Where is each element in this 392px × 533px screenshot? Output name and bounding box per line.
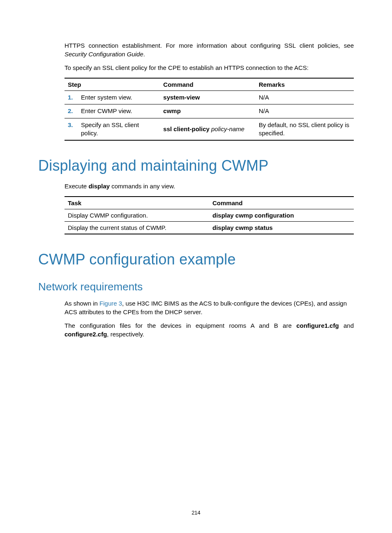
intro-text-end: . [143, 51, 145, 58]
command-arg: policy-name [211, 125, 244, 132]
para2-post: , respectively. [107, 331, 144, 338]
command-text: system-view [163, 94, 200, 101]
command-text: ssl client-policy [163, 125, 211, 132]
heading-displaying-maintaining: Displaying and maintaining CWMP [38, 157, 354, 174]
heading-network-requirements: Network requirements [38, 280, 354, 293]
table-row: 1. Enter system view. system-view N/A [65, 91, 354, 104]
command-text: cwmp [163, 107, 181, 114]
display-block: Execute display commands in any view. Ta… [65, 182, 354, 234]
table-row: Display the current status of CWMP. disp… [65, 222, 354, 234]
config-file-1: configure1.cfg [296, 322, 339, 329]
command-cell: ssl client-policy policy-name [160, 118, 255, 140]
table-header-row: Step Command Remarks [65, 78, 354, 91]
step-number: 1. [68, 93, 74, 102]
remarks-cell: N/A [256, 104, 354, 118]
config-file-2: configure2.cfg [65, 331, 107, 338]
table-row: 3. Specify an SSL client policy. ssl cli… [65, 118, 354, 140]
col-command: Command [160, 78, 255, 91]
task-cell: Display CWMP configuration. [65, 209, 209, 222]
step-text: Enter system view. [81, 93, 132, 102]
table-header-row: Task Command [65, 197, 354, 209]
task-cell: Display the current status of CWMP. [65, 222, 209, 234]
col-command: Command [209, 197, 354, 209]
figure-link[interactable]: Figure 3 [99, 300, 122, 307]
remarks-cell: By default, no SSL client policy is spec… [256, 118, 354, 140]
intro-block: HTTPS connection establishment. For more… [65, 41, 354, 141]
step-cell: 3. Specify an SSL client policy. [65, 118, 160, 140]
intro-paragraph-2: To specify an SSL client policy for the … [65, 63, 354, 72]
command-cell: display cwmp configuration [209, 209, 354, 222]
col-remarks: Remarks [256, 78, 354, 91]
intro-paragraph-1: HTTPS connection establishment. For more… [65, 41, 354, 58]
page-number: 214 [0, 510, 392, 516]
remarks-cell: N/A [256, 91, 354, 104]
intro-text: HTTPS connection establishment. For more… [65, 42, 354, 49]
para1-pre: As shown in [65, 300, 99, 307]
command-cell: display cwmp status [209, 222, 354, 234]
display-bold: display [88, 183, 110, 190]
requirements-paragraph-2: The configuration files for the devices … [65, 321, 354, 338]
table-row: 2. Enter CWMP view. cwmp N/A [65, 104, 354, 118]
requirements-paragraph-1: As shown in Figure 3, use H3C IMC BIMS a… [65, 299, 354, 316]
tasks-table: Task Command Display CWMP configuration.… [65, 196, 354, 234]
col-step: Step [65, 78, 160, 91]
document-page: HTTPS connection establishment. For more… [0, 0, 392, 338]
display-post: commands in any view. [110, 183, 175, 190]
step-text: Specify an SSL client policy. [81, 121, 157, 138]
command-cell: cwmp [160, 104, 255, 118]
para2-mid: and [339, 322, 354, 329]
table-row: Display CWMP configuration. display cwmp… [65, 209, 354, 222]
col-task: Task [65, 197, 209, 209]
step-number: 2. [68, 107, 74, 115]
step-cell: 2. Enter CWMP view. [65, 104, 160, 118]
step-number: 3. [68, 121, 74, 129]
display-pre: Execute [65, 183, 88, 190]
step-cell: 1. Enter system view. [65, 91, 160, 104]
command-cell: system-view [160, 91, 255, 104]
para2-pre: The configuration files for the devices … [65, 322, 296, 329]
heading-config-example: CWMP configuration example [38, 251, 354, 268]
ssl-steps-table: Step Command Remarks 1. Enter system vie… [65, 78, 354, 141]
requirements-block: As shown in Figure 3, use H3C IMC BIMS a… [65, 299, 354, 338]
step-text: Enter CWMP view. [81, 107, 132, 115]
display-sentence: Execute display commands in any view. [65, 182, 354, 190]
guide-reference: Security Configuration Guide [65, 51, 143, 58]
